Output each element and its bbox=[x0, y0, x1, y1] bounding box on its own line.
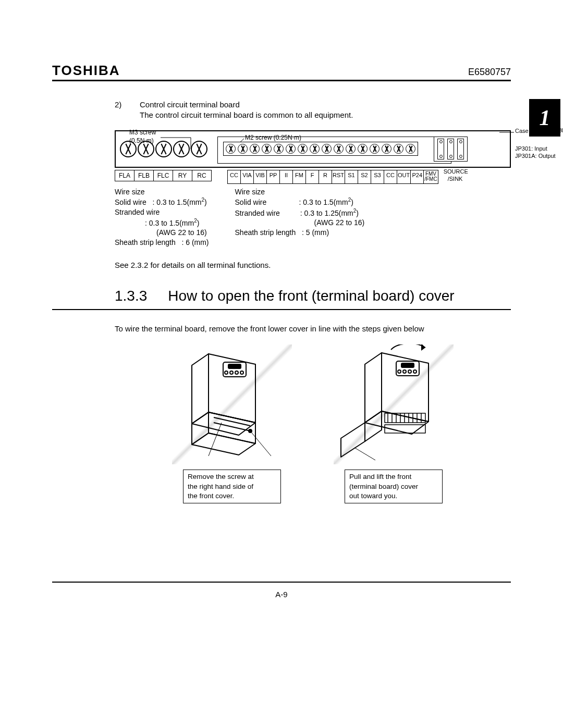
svg-point-39 bbox=[398, 370, 401, 373]
svg-rect-38 bbox=[401, 363, 414, 367]
screw-terminal-icon bbox=[155, 141, 172, 157]
brand-logo: TOSHIBA bbox=[52, 63, 120, 79]
screw-terminal-icon bbox=[250, 144, 260, 154]
wire-size-right: Wire size Solid wire : 0.3 to 1.5(mm2) S… bbox=[235, 187, 365, 248]
svg-marker-43 bbox=[421, 344, 425, 351]
item-number: 2) bbox=[115, 100, 129, 121]
svg-point-13 bbox=[230, 371, 233, 374]
screw-terminal-icon bbox=[310, 144, 320, 154]
svg-rect-11 bbox=[228, 364, 241, 368]
screw-terminal-icon bbox=[358, 144, 368, 154]
control-terminal-labels: CC VIA VIB PP II FM F R RST S1 S2 S3 CC … bbox=[227, 170, 438, 184]
svg-line-44 bbox=[354, 448, 375, 460]
screw-terminal-icon bbox=[138, 141, 154, 157]
doc-number: E6580757 bbox=[468, 67, 511, 78]
device-step2-illustration bbox=[334, 344, 454, 464]
page-footer: A-9 bbox=[52, 582, 511, 599]
svg-point-41 bbox=[408, 370, 411, 373]
header: TOSHIBA E6580757 bbox=[52, 63, 511, 81]
jp301a-note: JP301A: Output bbox=[515, 152, 563, 160]
screw-terminal-icon bbox=[274, 144, 284, 154]
svg-marker-22 bbox=[365, 353, 382, 423]
jumper-block bbox=[434, 137, 468, 162]
terminal-board-diagram: M3 screw (0.5N·m) M2 screw (0.25N·m) JP3… bbox=[115, 130, 511, 248]
case-of-sink-label: Case of SINK bbox=[515, 127, 563, 135]
item-2-block: 2) Control circuit terminal board The co… bbox=[115, 100, 511, 121]
screw-terminal-icon bbox=[322, 144, 332, 154]
jumper-icon bbox=[447, 139, 454, 159]
item-desc: The control circuit terminal board is co… bbox=[140, 110, 353, 120]
svg-marker-8 bbox=[192, 412, 209, 445]
see-reference: See 2.3.2 for details on all terminal fu… bbox=[115, 260, 511, 270]
svg-line-17 bbox=[214, 423, 250, 431]
relay-terminal-labels: FLA FLB FLC RY RC bbox=[115, 170, 212, 181]
control-terminals bbox=[223, 142, 418, 156]
page-number: A-9 bbox=[275, 590, 287, 599]
screw-terminal-icon bbox=[394, 144, 403, 154]
section-number: 1.3.3 bbox=[115, 286, 147, 306]
svg-point-14 bbox=[235, 371, 238, 374]
svg-point-12 bbox=[225, 371, 228, 374]
screw-terminal-icon bbox=[120, 141, 137, 157]
device-illustrations: Remove the screw at the right hand side … bbox=[115, 344, 511, 503]
section-title-text: How to open the front (terminal board) c… bbox=[168, 286, 454, 306]
svg-point-15 bbox=[240, 371, 243, 374]
svg-marker-9 bbox=[192, 433, 255, 455]
svg-line-16 bbox=[214, 417, 250, 426]
svg-marker-5 bbox=[192, 354, 209, 424]
svg-point-40 bbox=[403, 370, 406, 373]
jumper-icon bbox=[457, 139, 464, 159]
svg-rect-26 bbox=[385, 413, 425, 423]
diagram-frame: Case of SINK JP301: Input JP301A: Output bbox=[115, 130, 511, 168]
section-lead-text: To wire the terminal board, remove the f… bbox=[115, 324, 511, 334]
wire-size-columns: Wire size Solid wire : 0.3 to 1.5(mm2) S… bbox=[115, 187, 511, 248]
wire-size-left: Wire size Solid wire : 0.3 to 1.5(mm2) S… bbox=[115, 187, 209, 248]
jp301-note: JP301: Input bbox=[515, 145, 563, 153]
item-title: Control circuit terminal board bbox=[140, 100, 353, 110]
source-sink-label: SOURCE /SINK bbox=[444, 168, 468, 183]
screw-terminal-icon bbox=[298, 144, 308, 154]
screw-terminal-icon bbox=[406, 144, 415, 154]
screw-terminal-icon bbox=[286, 144, 296, 154]
screw-terminal-icon bbox=[238, 144, 248, 154]
screw-terminal-icon bbox=[382, 144, 391, 154]
step2-caption: Pull and lift the front (terminal board)… bbox=[345, 470, 443, 503]
device-step1-illustration bbox=[172, 344, 292, 464]
screw-terminal-icon bbox=[226, 144, 236, 154]
jumper-icon bbox=[437, 139, 444, 159]
step1-caption: Remove the screw at the right hand side … bbox=[183, 470, 281, 503]
screw-terminal-icon bbox=[334, 144, 344, 154]
screw-terminal-icon bbox=[346, 144, 356, 154]
relay-terminals bbox=[120, 141, 207, 157]
screw-terminal-icon bbox=[173, 141, 190, 157]
svg-point-42 bbox=[413, 370, 417, 373]
screw-terminal-icon bbox=[370, 144, 380, 154]
screw-terminal-icon bbox=[191, 141, 207, 157]
screw-terminal-icon bbox=[262, 144, 272, 154]
section-heading-133: 1.3.3 How to open the front (terminal bo… bbox=[52, 286, 511, 310]
